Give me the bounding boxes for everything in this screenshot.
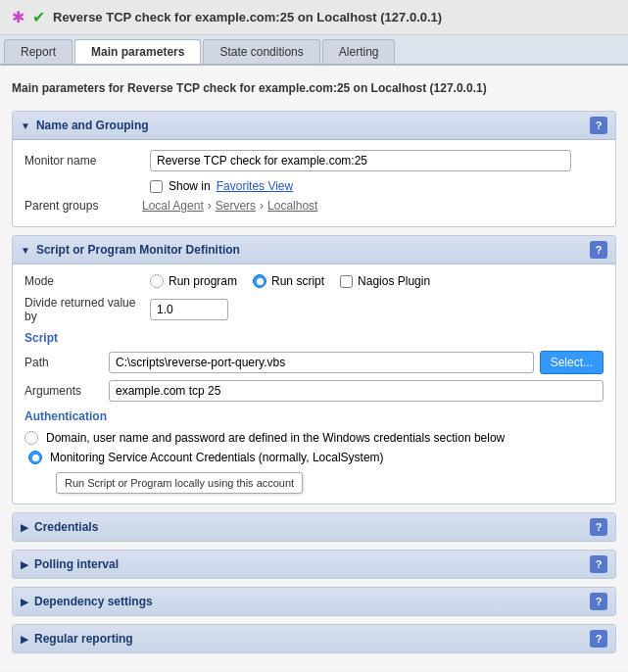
name-grouping-title: Name and Grouping <box>36 119 149 132</box>
run-script-label: Run script <box>271 274 324 288</box>
select-button[interactable]: Select... <box>540 351 604 374</box>
mode-run-script[interactable]: Run script <box>253 274 324 288</box>
show-in-row: Show in Favorites View <box>150 179 604 193</box>
name-grouping-header[interactable]: ▼ Name and Grouping ? <box>13 112 615 140</box>
auth-title: Authentication <box>24 409 604 423</box>
script-monitor-section: ▼ Script or Program Monitor Definition ?… <box>12 235 616 504</box>
dependency-settings-title: Dependency settings <box>34 595 153 608</box>
title-bar: ✱ ✔ Reverse TCP check for example.com:25… <box>0 0 628 35</box>
credentials-arrow: ▶ <box>21 522 28 533</box>
nagios-checkbox[interactable] <box>340 275 353 288</box>
authentication-section: Authentication Domain, user name and pas… <box>24 409 604 494</box>
mode-run-program[interactable]: Run program <box>150 274 237 288</box>
arguments-row: Arguments <box>24 380 604 402</box>
dependency-settings-arrow: ▶ <box>21 597 28 607</box>
tab-main-parameters[interactable]: Main parameters <box>74 39 201 64</box>
run-program-radio[interactable] <box>150 274 164 288</box>
regular-reporting-header[interactable]: ▶ Regular reporting ? <box>13 625 615 652</box>
auth-option1-row: Domain, user name and password are defin… <box>24 431 604 445</box>
regular-reporting-help[interactable]: ? <box>590 630 607 648</box>
show-in-label: Show in <box>169 179 211 193</box>
auth-option2-row: Monitoring Service Account Credentials (… <box>24 451 604 464</box>
name-grouping-section: ▼ Name and Grouping ? Monitor name Show … <box>12 111 616 227</box>
regular-reporting-title: Regular reporting <box>34 632 133 646</box>
window-title: Reverse TCP check for example.com:25 on … <box>53 10 442 24</box>
credentials-help[interactable]: ? <box>590 518 607 536</box>
auth-tooltip-text: Run Script or Program locally using this… <box>56 472 303 494</box>
run-program-label: Run program <box>169 274 237 288</box>
breadcrumb-servers[interactable]: Servers <box>216 199 256 213</box>
script-monitor-body: Mode Run program Run script Nagios Plugi… <box>13 264 615 504</box>
monitor-name-row: Monitor name <box>24 150 604 171</box>
dependency-settings-help[interactable]: ? <box>590 593 607 610</box>
dependency-settings-section: ▶ Dependency settings ? <box>12 587 616 616</box>
breadcrumb-localhost[interactable]: Localhost <box>267 199 317 213</box>
polling-interval-section: ▶ Polling interval ? <box>12 550 616 579</box>
mode-radio-group: Run program Run script Nagios Plugin <box>150 274 430 288</box>
name-grouping-help[interactable]: ? <box>590 117 607 134</box>
path-row: Path Select... <box>24 351 604 374</box>
credentials-header[interactable]: ▶ Credentials ? <box>13 513 615 541</box>
credentials-title: Credentials <box>34 520 98 534</box>
tab-bar: Report Main parameters State conditions … <box>0 35 628 66</box>
breadcrumb: Local Agent › Servers › Localhost <box>142 199 317 213</box>
favorites-checkbox[interactable] <box>150 180 163 193</box>
polling-interval-arrow: ▶ <box>21 559 28 570</box>
regular-reporting-arrow: ▶ <box>21 634 28 645</box>
page-title: Main parameters for Reverse TCP check fo… <box>12 75 616 101</box>
tab-state-conditions[interactable]: State conditions <box>203 39 319 64</box>
plugin-icon: ✱ <box>12 8 24 26</box>
arguments-label: Arguments <box>24 384 103 398</box>
monitor-name-label: Monitor name <box>24 154 142 168</box>
name-grouping-arrow: ▼ <box>21 120 30 131</box>
tab-report[interactable]: Report <box>4 39 72 64</box>
regular-reporting-section: ▶ Regular reporting ? <box>12 624 616 653</box>
main-content: Main parameters for Reverse TCP check fo… <box>0 66 628 671</box>
polling-interval-title: Polling interval <box>34 557 119 571</box>
script-monitor-header[interactable]: ▼ Script or Program Monitor Definition ? <box>13 236 615 264</box>
favorites-link[interactable]: Favorites View <box>217 179 293 193</box>
polling-interval-header[interactable]: ▶ Polling interval ? <box>13 551 615 578</box>
divide-label: Divide returned value by <box>24 296 142 323</box>
auth-option2-label: Monitoring Service Account Credentials (… <box>50 451 384 464</box>
path-label: Path <box>24 356 103 369</box>
divide-input[interactable] <box>150 299 228 320</box>
nagios-label: Nagios Plugin <box>358 274 430 288</box>
breadcrumb-local-agent[interactable]: Local Agent <box>142 199 204 213</box>
tab-alerting[interactable]: Alerting <box>322 39 396 64</box>
mode-nagios[interactable]: Nagios Plugin <box>340 274 430 288</box>
parent-groups-label: Parent groups <box>24 199 142 213</box>
credentials-section: ▶ Credentials ? <box>12 512 616 542</box>
arguments-input[interactable] <box>109 380 604 402</box>
mode-label: Mode <box>24 274 142 288</box>
auth-tooltip: Run Script or Program locally using this… <box>24 470 604 494</box>
script-monitor-arrow: ▼ <box>21 245 30 256</box>
path-input[interactable] <box>109 352 534 373</box>
auth-option1-radio[interactable] <box>24 431 38 445</box>
auth-option2-radio[interactable] <box>28 451 42 464</box>
dependency-settings-header[interactable]: ▶ Dependency settings ? <box>13 588 615 615</box>
auth-option1-label: Domain, user name and password are defin… <box>46 431 505 445</box>
script-subtitle: Script <box>24 331 604 345</box>
polling-interval-help[interactable]: ? <box>590 555 607 573</box>
divide-row: Divide returned value by <box>24 296 604 323</box>
monitor-name-input[interactable] <box>150 150 571 171</box>
script-monitor-help[interactable]: ? <box>590 241 607 259</box>
parent-groups-row: Parent groups Local Agent › Servers › Lo… <box>24 199 604 213</box>
mode-row: Mode Run program Run script Nagios Plugi… <box>24 274 604 288</box>
run-script-radio[interactable] <box>253 274 266 288</box>
name-grouping-body: Monitor name Show in Favorites View Pare… <box>13 140 615 226</box>
script-monitor-title: Script or Program Monitor Definition <box>36 243 240 257</box>
status-ok-icon: ✔ <box>32 8 45 26</box>
